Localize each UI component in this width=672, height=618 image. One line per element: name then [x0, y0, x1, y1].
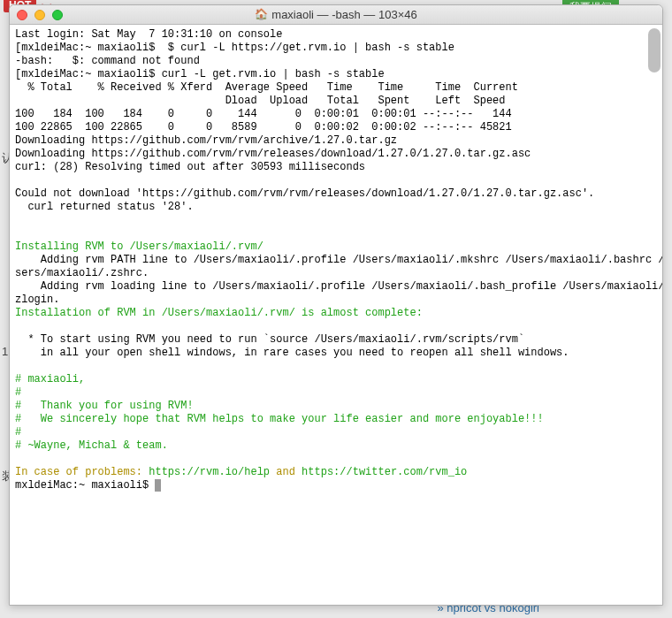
terminal-line: #	[15, 386, 21, 399]
terminal-line: curl: (28) Resolving timed out after 305…	[15, 161, 365, 173]
window-title: maxiaoli — -bash — 103×46	[271, 8, 416, 21]
zoom-button[interactable]	[52, 10, 63, 20]
window-title-wrapper: 🏠 maxiaoli — -bash — 103×46	[10, 8, 662, 21]
cursor	[155, 479, 161, 492]
terminal-line: zlogin.	[15, 294, 59, 306]
terminal-line: in all your open shell windows, in rare …	[15, 347, 569, 359]
terminal-line: % Total % Received % Xferd Average Speed…	[15, 81, 518, 94]
home-icon: 🏠	[255, 8, 268, 21]
terminal-line: sers/maxiaoli/.zshrc.	[15, 267, 149, 279]
terminal-line: * To start using RVM you need to run `so…	[15, 333, 524, 346]
prompt: mxldeiMac:~ maxiaoli$	[15, 479, 155, 492]
background-fragment: 1	[2, 345, 8, 358]
terminal-line: Downloading https://github.com/rvm/rvm/a…	[15, 134, 397, 147]
terminal-line: # We sincerely hope that RVM helps to ma…	[15, 413, 544, 425]
terminal-line: Dload Upload Total Spent Left Speed	[15, 95, 506, 107]
terminal-line: -bash: $: command not found	[15, 55, 200, 67]
terminal-line: Could not download 'https://github.com/r…	[15, 187, 594, 200]
terminal-line: Adding rvm loading line to /Users/maxiao…	[15, 280, 662, 293]
terminal-output[interactable]: Last login: Sat May 7 10:31:10 on consol…	[10, 25, 662, 605]
terminal-line: Downloading https://github.com/rvm/rvm/r…	[15, 148, 531, 160]
terminal-line: curl returned status '28'.	[15, 201, 194, 213]
help-prefix: In case of problems:	[15, 466, 149, 478]
terminal-line: [mxldeiMac:~ maxiaoli$ curl -L get.rvm.i…	[15, 68, 385, 80]
help-and: and	[270, 466, 302, 478]
terminal-line: Installation of RVM in /Users/maxiaoli/.…	[15, 307, 423, 319]
terminal-line: # Thank you for using RVM!	[15, 400, 194, 412]
terminal-line: 100 184 100 184 0 0 144 0 0:00:01 0:00:0…	[15, 108, 512, 120]
terminal-line: 100 22865 100 22865 0 0 8589 0 0:00:02 0…	[15, 121, 512, 134]
terminal-line: #	[15, 426, 21, 439]
titlebar: 🏠 maxiaoli — -bash — 103×46	[10, 5, 662, 25]
traffic-lights	[17, 10, 63, 20]
terminal-line: Last login: Sat May 7 10:31:10 on consol…	[15, 28, 282, 41]
terminal-line: # ~Wayne, Michal & team.	[15, 439, 168, 452]
terminal-line: Installing RVM to /Users/maxiaoli/.rvm/	[15, 240, 263, 253]
scrollbar-thumb[interactable]	[648, 28, 661, 72]
terminal-line: Adding rvm PATH line to /Users/maxiaoli/…	[15, 254, 662, 266]
close-button[interactable]	[17, 10, 27, 20]
terminal-line: [mxldeiMac:~ maxiaoli$ $ curl -L https:/…	[15, 42, 454, 54]
help-link: https://rvm.io/help	[149, 466, 270, 478]
terminal-line: # maxiaoli,	[15, 373, 85, 385]
minimize-button[interactable]	[34, 10, 45, 20]
help-link: https://twitter.com/rvm_io	[302, 466, 467, 478]
terminal-window: 🏠 maxiaoli — -bash — 103×46 Last login: …	[9, 4, 663, 606]
